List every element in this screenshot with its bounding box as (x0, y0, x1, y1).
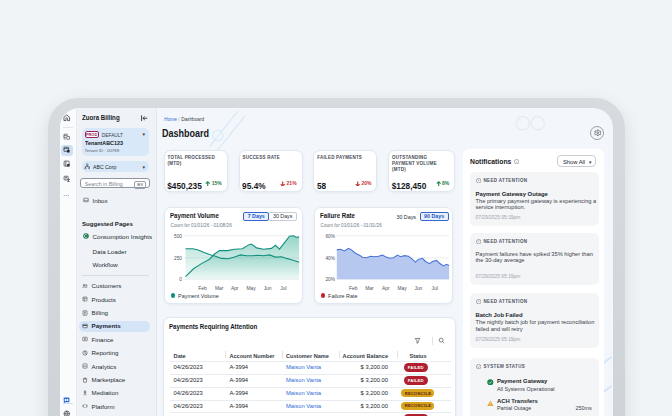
svg-text:500: 500 (173, 234, 181, 239)
svg-text:Apr: Apr (230, 286, 238, 291)
svg-text:Feb: Feb (348, 286, 357, 291)
svg-text:Mar: Mar (365, 286, 374, 291)
svg-text:250: 250 (173, 256, 181, 261)
svg-text:Feb: Feb (198, 286, 207, 291)
svg-text:Jul: Jul (431, 286, 437, 291)
svg-text:Jul: Jul (280, 286, 286, 291)
svg-text:Apr: Apr (381, 286, 389, 291)
svg-text:Mar: Mar (214, 286, 223, 291)
svg-text:0: 0 (179, 277, 182, 282)
svg-text:Jun: Jun (414, 286, 422, 291)
svg-text:60%: 60% (325, 234, 335, 239)
svg-text:Jun: Jun (263, 286, 271, 291)
svg-text:May: May (246, 286, 256, 291)
svg-text:20%: 20% (325, 277, 335, 282)
svg-text:May: May (397, 286, 407, 291)
svg-text:40%: 40% (325, 256, 335, 261)
